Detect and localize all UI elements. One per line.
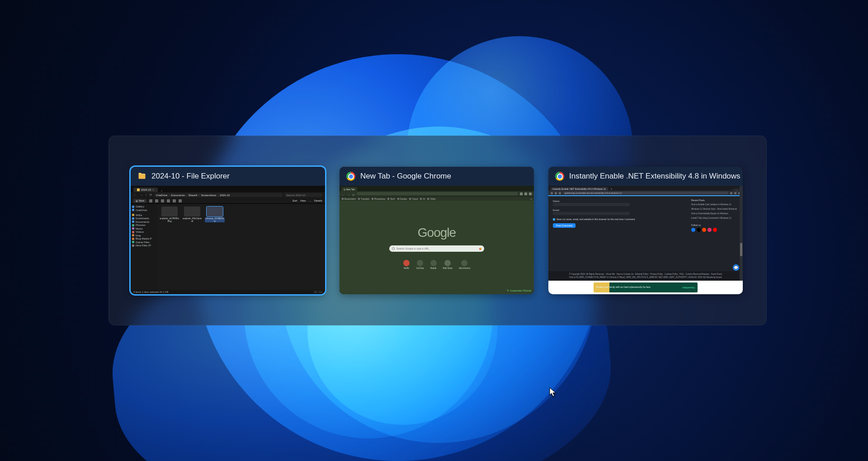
- profile-icon[interactable]: [734, 192, 736, 194]
- explorer-breadcrumb[interactable]: OneDrive› Documents› ShareX› Screenshots…: [154, 193, 283, 197]
- sidebar-link[interactable]: Install 7-Zip Using Command in Windows 1…: [691, 217, 740, 220]
- new-button[interactable]: ⊕ New: [133, 199, 146, 203]
- explorer-tab[interactable]: 2024-10×: [133, 188, 158, 192]
- youtube-icon[interactable]: [713, 228, 717, 232]
- sidebar-item[interactable]: WiZa: [132, 214, 156, 216]
- facebook-icon[interactable]: [691, 228, 695, 232]
- view-mode-grid-icon[interactable]: [319, 291, 322, 293]
- new-tab-button[interactable]: +: [609, 188, 613, 191]
- close-icon[interactable]: ×: [152, 188, 154, 191]
- name-field[interactable]: [553, 203, 630, 206]
- sidebar-item[interactable]: New Files (P: [132, 244, 156, 247]
- search-placeholder: Search 2024-10: [286, 194, 306, 197]
- bookmark-overflow[interactable]: »: [530, 198, 532, 200]
- back-icon[interactable]: ←: [133, 193, 137, 197]
- breadcrumb-item[interactable]: Documents: [171, 194, 184, 197]
- voice-search-icon[interactable]: [479, 248, 481, 250]
- sidebar-item[interactable]: Blog Media P: [132, 237, 156, 240]
- delete-icon[interactable]: [179, 199, 182, 202]
- sidebar-item[interactable]: Gallery: [132, 205, 156, 208]
- ntp-shortcut[interactable]: Netflix: [403, 260, 410, 269]
- new-tab-button[interactable]: +: [160, 189, 164, 192]
- bookmark-item[interactable]: Cloud: [409, 198, 418, 200]
- breadcrumb-item[interactable]: OneDrive: [156, 194, 167, 197]
- sidebar-item-label: Music: [136, 227, 143, 230]
- bookmark-item[interactable]: Photoshop: [372, 198, 385, 200]
- chrome-omnibox[interactable]: geekermag.com/enable-dot-net-extensibili…: [563, 192, 728, 194]
- breadcrumb-item[interactable]: Screenshots: [201, 194, 216, 197]
- up-icon[interactable]: ↑: [145, 193, 147, 197]
- forward-icon[interactable]: →: [347, 193, 350, 197]
- bookmark-item[interactable]: Bookmarks: [342, 198, 356, 200]
- bookmark-item[interactable]: AI: [420, 198, 425, 200]
- refresh-icon[interactable]: ⟳: [149, 193, 152, 197]
- ntp-shortcut[interactable]: YouTube: [416, 260, 424, 269]
- scrollbar[interactable]: [740, 186, 743, 281]
- forward-icon[interactable]: [555, 192, 557, 194]
- sort-button[interactable]: Sort: [292, 199, 297, 202]
- sidebar-item[interactable]: Videos: [132, 230, 156, 233]
- save-info-checkbox[interactable]: Save my name, email, and website in this…: [553, 218, 684, 221]
- post-comment-button[interactable]: Post Comment: [553, 223, 576, 228]
- sidebar-item[interactable]: Music: [132, 227, 156, 230]
- chrome-toolbar: geekermag.com/enable-dot-net-extensibili…: [548, 191, 743, 195]
- scrollbar-thumb[interactable]: [740, 243, 742, 256]
- breadcrumb-item[interactable]: ShareX: [189, 194, 198, 197]
- chrome-tab[interactable]: Instantly Enable .NET Extensibility 4.8 …: [550, 187, 608, 191]
- sidebar-item[interactable]: blog: [132, 234, 156, 237]
- ntp-shortcut[interactable]: Add shortcut: [459, 260, 470, 269]
- back-icon[interactable]: ←: [342, 193, 345, 197]
- sidebar-item[interactable]: Downloads: [132, 217, 156, 220]
- extensions-icon[interactable]: [520, 193, 523, 195]
- bookmark-item[interactable]: Tutorials: [358, 198, 369, 200]
- chrome-omnibox[interactable]: [357, 192, 518, 195]
- sidebar-link[interactable]: Windows 11 Shortcut Keys - Most Asked Sh…: [691, 208, 740, 211]
- chat-widget-button[interactable]: 💬: [733, 264, 739, 271]
- task-thumbnail-chrome-page[interactable]: Instantly Enable .NET Extensibility 4.8 …: [548, 167, 743, 294]
- sidebar-item[interactable]: Pictures: [132, 224, 156, 226]
- share-icon[interactable]: [173, 199, 176, 202]
- rename-icon[interactable]: [167, 199, 170, 202]
- view-mode-list-icon[interactable]: [314, 291, 317, 293]
- ntp-shortcut[interactable]: Web Store: [443, 260, 453, 269]
- reddit-icon[interactable]: [702, 228, 706, 232]
- cut-icon[interactable]: [149, 199, 152, 202]
- sidebar-item[interactable]: Game Files: [132, 241, 156, 244]
- bookmark-item[interactable]: Tech: [387, 198, 395, 200]
- file-item[interactable]: explorer_K9oOpvadt: [182, 207, 202, 222]
- sidebar-item-label: Documents: [136, 221, 149, 223]
- instagram-icon[interactable]: [708, 228, 712, 232]
- customize-chrome-button[interactable]: ✎Customize Chrome: [507, 289, 531, 292]
- sidebar-item[interactable]: Documents: [132, 221, 156, 223]
- x-twitter-icon[interactable]: [697, 228, 701, 232]
- breadcrumb-item[interactable]: 2024-10: [220, 194, 230, 197]
- view-button[interactable]: View: [300, 199, 306, 202]
- menu-icon[interactable]: [529, 193, 532, 195]
- file-name: explorer_K9oOpvadt: [182, 217, 202, 222]
- file-name: explorer_nkYBHDLRLg: [160, 217, 179, 222]
- reload-icon[interactable]: [559, 192, 561, 194]
- forward-icon[interactable]: →: [139, 193, 143, 197]
- ntp-search-box[interactable]: Search Google or type a URL: [389, 245, 484, 252]
- sidebar-link[interactable]: How to Enable Core Isolation in Windows …: [691, 203, 740, 206]
- ad-banner[interactable]: Protect your family with our best cybers…: [594, 282, 698, 292]
- profile-icon[interactable]: [524, 193, 527, 195]
- file-item[interactable]: chrome_GO9EDDw: [205, 207, 225, 222]
- task-thumbnail-chrome-newtab[interactable]: New Tab - Google Chrome ◎ New Tab ← → ⟳ …: [340, 167, 534, 294]
- task-thumbnail-file-explorer[interactable]: 2024-10 - File Explorer 2024-10× + ← → ↑…: [131, 167, 325, 294]
- explorer-search-input[interactable]: Search 2024-10: [284, 193, 322, 197]
- reload-icon[interactable]: ⟳: [352, 193, 355, 197]
- extensions-icon[interactable]: [730, 192, 732, 194]
- copy-icon[interactable]: [155, 199, 158, 202]
- email-field[interactable]: [553, 212, 630, 215]
- back-icon[interactable]: [551, 192, 553, 194]
- ntp-shortcut[interactable]: Reddit: [430, 260, 437, 269]
- paste-icon[interactable]: [161, 199, 164, 202]
- file-item[interactable]: explorer_nkYBHDLRLg: [160, 207, 179, 222]
- details-button[interactable]: Details: [314, 199, 322, 202]
- sidebar-item[interactable]: OneDrive: [132, 209, 156, 212]
- bookmark-item[interactable]: Other: [427, 198, 436, 200]
- bookmark-item[interactable]: Guides: [397, 198, 407, 200]
- chrome-bookmarks-bar: Bookmarks Tutorials Photoshop Tech Guide…: [340, 196, 534, 201]
- sidebar-link[interactable]: How to Automatically Export on Windows: [691, 212, 740, 215]
